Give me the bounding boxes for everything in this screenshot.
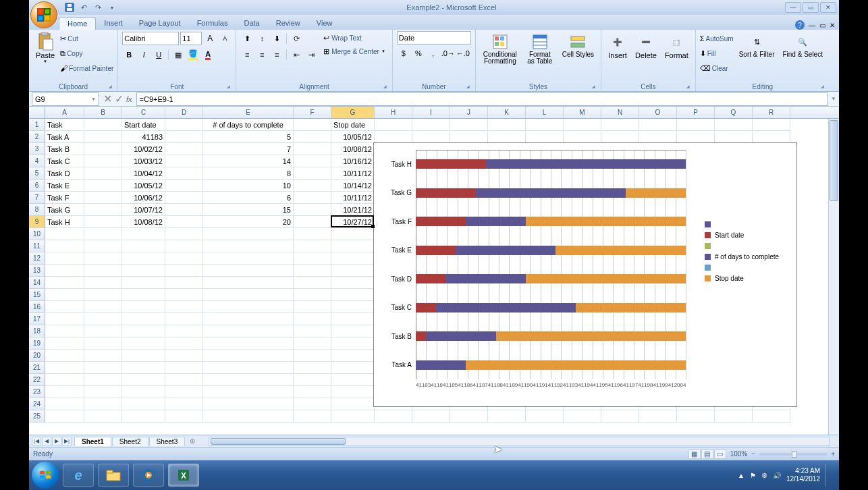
column-header[interactable]: F xyxy=(294,107,331,118)
column-header[interactable]: R xyxy=(753,107,790,118)
cell[interactable] xyxy=(165,252,203,265)
cell[interactable]: 10/02/12 xyxy=(122,143,165,155)
cell[interactable] xyxy=(715,131,753,143)
cell-styles-button[interactable]: Cell Styles xyxy=(560,31,597,59)
cell[interactable] xyxy=(84,228,122,240)
column-header[interactable]: H xyxy=(375,107,412,118)
cell[interactable] xyxy=(203,374,294,386)
cell[interactable] xyxy=(294,155,331,167)
zoom-out-icon[interactable]: − xyxy=(751,450,755,458)
cell[interactable] xyxy=(753,131,790,143)
cell[interactable] xyxy=(165,119,203,131)
cell[interactable] xyxy=(165,325,203,337)
row-header[interactable]: 1 xyxy=(29,119,45,131)
cell[interactable] xyxy=(564,410,601,423)
horizontal-scrollbar[interactable] xyxy=(209,437,830,446)
cell[interactable]: Task E xyxy=(45,180,84,192)
cell[interactable] xyxy=(84,337,122,350)
row-header[interactable]: 21 xyxy=(29,362,45,374)
underline-button[interactable]: U xyxy=(152,48,165,61)
cell[interactable] xyxy=(165,155,203,167)
cell[interactable] xyxy=(165,167,203,180)
taskbar-ie-icon[interactable]: e xyxy=(63,464,94,487)
row-header[interactable]: 24 xyxy=(29,398,45,410)
cell[interactable] xyxy=(294,277,331,289)
tray-volume-icon[interactable]: 🔊 xyxy=(773,472,781,479)
cell[interactable] xyxy=(488,131,526,143)
merge-center-button[interactable]: ⊞Merge & Center▼ xyxy=(321,45,388,58)
zoom-level[interactable]: 100% xyxy=(730,450,748,458)
cell[interactable] xyxy=(526,119,564,131)
tab-page-layout[interactable]: Page Layout xyxy=(131,17,189,30)
cell[interactable] xyxy=(203,228,294,240)
cell[interactable]: 10/27/12 xyxy=(331,216,375,228)
cell[interactable]: # of days to complete xyxy=(203,119,294,131)
autosum-button[interactable]: ΣAutoSum xyxy=(700,31,734,46)
sheet-nav-prev-icon[interactable]: ◀ xyxy=(42,437,51,446)
cell[interactable] xyxy=(84,240,122,252)
cell[interactable] xyxy=(84,216,122,228)
cell[interactable] xyxy=(203,289,294,301)
column-header[interactable]: K xyxy=(488,107,526,118)
column-header[interactable]: B xyxy=(84,107,122,118)
cell[interactable] xyxy=(331,252,375,265)
normal-view-icon[interactable]: ▦ xyxy=(688,450,701,459)
cell[interactable] xyxy=(165,350,203,362)
cell[interactable] xyxy=(165,240,203,252)
cell[interactable] xyxy=(294,410,331,423)
cell[interactable] xyxy=(601,410,639,423)
column-header[interactable]: L xyxy=(526,107,564,118)
cell[interactable] xyxy=(294,143,331,155)
cell[interactable] xyxy=(165,143,203,155)
row-header[interactable]: 22 xyxy=(29,374,45,386)
cell[interactable] xyxy=(375,119,412,131)
cell[interactable] xyxy=(294,240,331,252)
cell[interactable] xyxy=(45,228,84,240)
cell[interactable] xyxy=(122,252,165,265)
cut-button[interactable]: ✂Cut xyxy=(60,31,113,46)
zoom-slider[interactable] xyxy=(759,453,827,456)
tray-up-icon[interactable]: ▲ xyxy=(738,472,744,479)
row-header[interactable]: 17 xyxy=(29,313,45,325)
taskbar-clock[interactable]: 4:23 AM 12/14/2012 xyxy=(786,467,820,483)
page-break-view-icon[interactable]: ▭ xyxy=(714,450,726,459)
border-button[interactable]: ▦ xyxy=(171,48,185,61)
cell[interactable]: Task H xyxy=(45,216,84,228)
cell[interactable] xyxy=(331,374,375,386)
cell[interactable] xyxy=(122,362,165,374)
office-button[interactable] xyxy=(30,1,57,28)
cell[interactable] xyxy=(122,228,165,240)
enter-formula-icon[interactable]: ✓ xyxy=(115,92,124,105)
cell[interactable] xyxy=(294,337,331,350)
cell[interactable] xyxy=(203,386,294,398)
cell[interactable]: 10/05/12 xyxy=(331,131,375,143)
cell[interactable] xyxy=(294,119,331,131)
column-header[interactable]: D xyxy=(165,107,203,118)
cell[interactable] xyxy=(203,325,294,337)
cell[interactable] xyxy=(165,362,203,374)
cell[interactable]: 8 xyxy=(203,167,294,180)
new-sheet-icon[interactable]: ⊕ xyxy=(186,437,199,445)
sheet-tab[interactable]: Sheet3 xyxy=(149,437,186,446)
row-header[interactable]: 10 xyxy=(29,228,45,240)
cell[interactable] xyxy=(122,398,165,410)
column-header[interactable]: J xyxy=(450,107,488,118)
column-header[interactable]: M xyxy=(564,107,601,118)
cell[interactable]: 10/08/12 xyxy=(331,143,375,155)
conditional-formatting-button[interactable]: Conditional Formatting xyxy=(480,31,520,66)
cell[interactable] xyxy=(412,119,450,131)
cell[interactable] xyxy=(45,313,84,325)
row-header[interactable]: 25 xyxy=(29,410,45,423)
cell[interactable] xyxy=(203,252,294,265)
cell[interactable] xyxy=(84,386,122,398)
cell[interactable] xyxy=(165,289,203,301)
cell[interactable] xyxy=(84,252,122,265)
format-cells-button[interactable]: ⬚Format xyxy=(662,31,691,61)
cell[interactable]: 20 xyxy=(203,216,294,228)
cell[interactable] xyxy=(753,119,790,131)
cell[interactable] xyxy=(294,167,331,180)
cell[interactable] xyxy=(331,240,375,252)
cell[interactable] xyxy=(375,410,412,423)
cell[interactable] xyxy=(165,131,203,143)
column-header[interactable]: P xyxy=(677,107,715,118)
